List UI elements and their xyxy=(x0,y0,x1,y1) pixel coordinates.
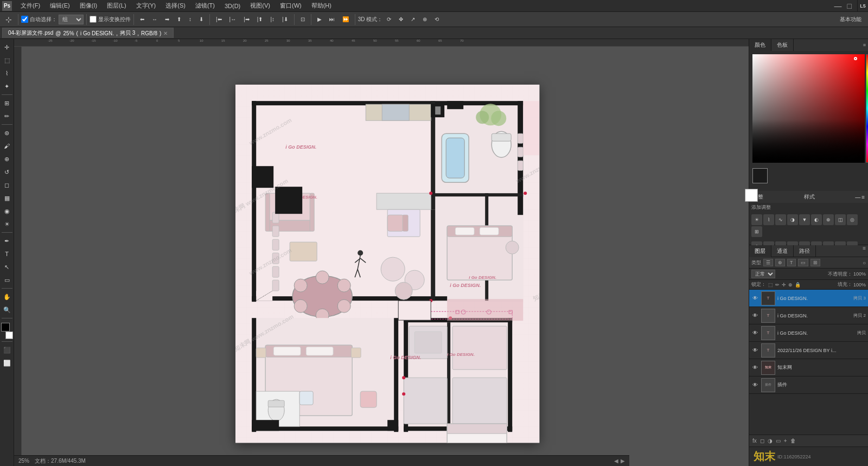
distribute-center-h-btn[interactable]: |↔ xyxy=(226,15,240,23)
tool-shape[interactable]: ▭ xyxy=(1,274,13,286)
foreground-swatch[interactable] xyxy=(752,168,768,183)
tool-eraser[interactable]: ◻ xyxy=(1,179,13,191)
layers-tab[interactable]: 图层 xyxy=(749,245,771,257)
layer-item[interactable]: 👁 插件 插件 xyxy=(749,376,868,394)
layer-visibility-2[interactable]: 👁 xyxy=(751,312,759,320)
adj-hsl[interactable]: ◐ xyxy=(811,214,822,225)
menu-text[interactable]: 文字(Y) xyxy=(132,1,161,11)
menu-help[interactable]: 帮助(H) xyxy=(307,1,336,11)
filter-text[interactable]: T xyxy=(787,259,796,266)
panel-menu-btn[interactable]: ≡ xyxy=(863,42,866,48)
3d-orbit-btn[interactable]: ⟳ xyxy=(384,15,394,23)
layer-visibility-5[interactable]: 👁 xyxy=(751,364,759,372)
move-tool-btn[interactable]: ⊹ xyxy=(2,14,15,25)
menu-edit[interactable]: 编辑(E) xyxy=(46,1,74,11)
lock-position[interactable]: ✛ xyxy=(782,282,786,288)
nav-prev[interactable]: ◀ xyxy=(614,458,618,464)
adj-levels[interactable]: ⌇ xyxy=(763,214,774,225)
filter-shape[interactable]: ▭ xyxy=(798,259,808,266)
menu-filter[interactable]: 滤镜(T) xyxy=(191,1,219,11)
layer-group-btn[interactable]: ▭ xyxy=(776,438,781,444)
layer-item[interactable]: 👁 T i Go DESIGN. 拷贝 3 xyxy=(749,290,868,307)
tool-marquee[interactable]: ⬚ xyxy=(1,54,13,66)
resize-btn[interactable]: ⊡ xyxy=(297,15,308,23)
lock-transparent[interactable]: ⬚ xyxy=(768,282,773,288)
3d-slide-btn[interactable]: ↗ xyxy=(407,15,418,23)
canvas-area[interactable]: -25 -20 -15 -10 -5 0 5 10 15 20 25 30 35… xyxy=(14,39,749,466)
filter-toggle[interactable]: ○ xyxy=(863,260,866,266)
adj-black-white[interactable]: ◫ xyxy=(835,214,846,225)
foreground-color[interactable] xyxy=(1,323,10,331)
layer-visibility-4[interactable]: 👁 xyxy=(751,347,759,354)
channels-tab[interactable]: 通道 xyxy=(771,245,794,257)
maximize-btn[interactable]: □ xyxy=(845,2,854,10)
align-right-btn[interactable]: ➡ xyxy=(162,15,173,23)
tool-brush[interactable]: 🖌 xyxy=(1,140,13,152)
layers-menu-btn[interactable]: ≡ xyxy=(860,245,868,257)
menu-3d[interactable]: 3D(D) xyxy=(220,2,245,10)
play-btn[interactable]: ▶ xyxy=(314,15,325,23)
align-center-h-btn[interactable]: ↔ xyxy=(149,15,161,23)
menu-layer[interactable]: 图层(L) xyxy=(103,1,130,11)
adj-exposure[interactable]: ◑ xyxy=(787,214,798,225)
distribute-top-btn[interactable]: |⬆ xyxy=(254,15,266,23)
step2-btn[interactable]: ⏩ xyxy=(339,15,352,23)
file-tab[interactable]: 04-彩屏源文件.psd @ 25% ( i Go DESIGN. , 拷贝 3… xyxy=(2,28,174,38)
style-tab[interactable]: 样式 xyxy=(804,193,815,201)
layer-new-btn[interactable]: + xyxy=(784,438,787,444)
layer-item[interactable]: 👁 T 2022/11/26 DESIGN BY i... xyxy=(749,342,868,359)
align-bottom-btn[interactable]: ⬇ xyxy=(196,15,207,23)
3d-roll-btn[interactable]: ⟲ xyxy=(431,15,442,23)
lock-paint[interactable]: ✏ xyxy=(775,282,780,288)
tool-blur[interactable]: ◉ xyxy=(1,205,13,217)
menu-window[interactable]: 窗口(W) xyxy=(276,1,306,11)
nav-next[interactable]: ▶ xyxy=(621,458,625,464)
show-transform-checkbox[interactable] xyxy=(90,16,97,23)
filter-adj[interactable]: ⊕ xyxy=(775,259,785,266)
layer-visibility-1[interactable]: 👁 xyxy=(751,295,759,302)
menu-view[interactable]: 视图(V) xyxy=(246,1,275,11)
menu-file[interactable]: 文件(F) xyxy=(16,1,44,11)
adj-curves[interactable]: ∿ xyxy=(775,214,786,225)
background-color[interactable] xyxy=(5,331,13,339)
menu-image[interactable]: 图像(I) xyxy=(75,1,101,11)
tool-path-select[interactable]: ↖ xyxy=(1,261,13,273)
background-swatch[interactable] xyxy=(745,189,758,202)
tool-crop[interactable]: ⊞ xyxy=(1,97,13,109)
color-tab-swatches[interactable]: 色板 xyxy=(771,39,794,51)
gradient-field[interactable] xyxy=(752,54,865,163)
layer-mask-btn[interactable]: ◻ xyxy=(760,438,764,444)
auto-select-checkbox[interactable] xyxy=(21,16,28,23)
opacity-value[interactable]: 100% xyxy=(853,271,866,277)
layer-item[interactable]: 👁 T i Go DESIGN. 拷贝 xyxy=(749,324,868,342)
tool-screen-mode[interactable]: ⬜ xyxy=(1,357,13,369)
tool-text[interactable]: T xyxy=(1,248,13,260)
align-center-v-btn[interactable]: ↕ xyxy=(186,15,195,23)
menu-select[interactable]: 选择(S) xyxy=(161,1,190,11)
layer-item[interactable]: 👁 T i Go DESIGN. 拷贝 2 xyxy=(749,307,868,324)
fill-value[interactable]: 100% xyxy=(853,282,866,288)
tool-move[interactable]: ✛ xyxy=(1,41,13,53)
tool-dodge[interactable]: ☀ xyxy=(1,218,13,230)
distribute-bottom-btn[interactable]: |⬇ xyxy=(279,15,291,23)
filter-pixel[interactable]: ☰ xyxy=(763,259,773,266)
tool-lasso[interactable]: ⌇ xyxy=(1,67,13,79)
distribute-left-btn[interactable]: |⬅ xyxy=(213,15,225,23)
tool-magic-wand[interactable]: ✦ xyxy=(1,80,13,92)
color-gradient-area[interactable] xyxy=(752,54,865,163)
align-left-btn[interactable]: ⬅ xyxy=(137,15,148,23)
color-tab-color[interactable]: 颜色 xyxy=(749,39,771,51)
canvas-content[interactable]: www.znzmo.com 知未网 www.znzmo.com www.znzm… xyxy=(14,47,749,466)
tool-zoom[interactable]: 🔍 xyxy=(1,304,13,316)
gradient-spectrum[interactable] xyxy=(866,54,868,163)
layer-item[interactable]: 👁 知末 知末网 xyxy=(749,359,868,376)
paths-tab[interactable]: 路径 xyxy=(794,245,816,257)
tool-gradient[interactable]: ▦ xyxy=(1,192,13,204)
tool-pen[interactable]: ✒ xyxy=(1,235,13,247)
panel-collapse[interactable]: — xyxy=(855,194,860,200)
tool-history-brush[interactable]: ↺ xyxy=(1,166,13,178)
3d-scale-btn[interactable]: ⊕ xyxy=(419,15,430,23)
tool-hand[interactable]: ✋ xyxy=(1,291,13,303)
lock-artboard[interactable]: ⊕ xyxy=(788,282,793,288)
adj-color-balance[interactable]: ⊕ xyxy=(823,214,834,225)
